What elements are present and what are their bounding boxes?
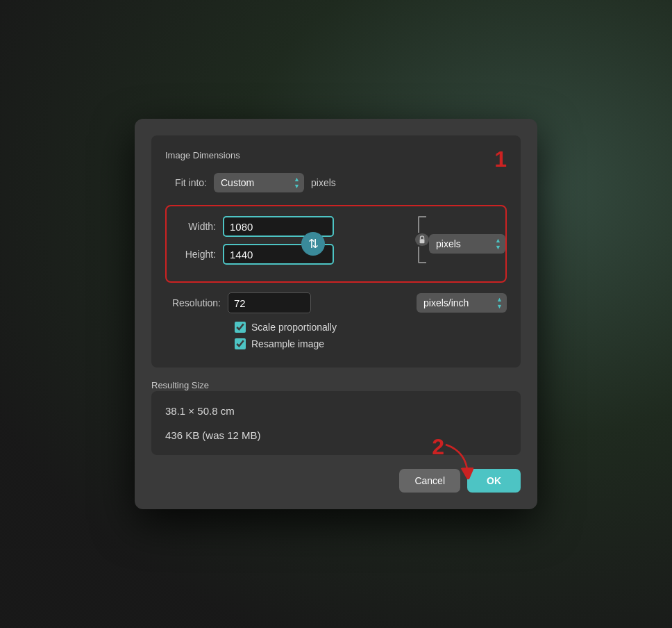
- resolution-input[interactable]: [228, 292, 311, 313]
- lock-icon: [415, 233, 429, 247]
- svg-rect-0: [420, 239, 425, 243]
- unit-dropdown[interactable]: pixels percent inches cm: [429, 234, 505, 254]
- resolution-label: Resolution:: [165, 297, 221, 308]
- bracket-top: [418, 216, 426, 233]
- fit-into-label: Fit into:: [165, 177, 207, 188]
- ok-button[interactable]: OK: [467, 469, 521, 493]
- annotation-arrow: [439, 441, 473, 479]
- fit-into-row: Fit into: Custom 640x480 800x600 1024x76…: [165, 173, 507, 192]
- annotation-1: 1: [494, 148, 507, 170]
- image-dimensions-label: Image Dimensions: [165, 150, 240, 160]
- height-label: Height:: [178, 249, 216, 260]
- width-label: Width:: [178, 221, 216, 232]
- image-dimensions-dialog: Image Dimensions 1 Fit into: Custom 640x…: [135, 119, 537, 509]
- fit-dropdown[interactable]: Custom 640x480 800x600 1024x768 1280x720…: [214, 173, 304, 192]
- resulting-size-label: Resulting Size: [151, 380, 209, 390]
- resample-image-checkbox[interactable]: [235, 338, 246, 349]
- resample-image-label: Resample image: [251, 338, 324, 349]
- scale-proportionally-label: Scale proportionally: [251, 322, 337, 333]
- resolution-row: Resolution: pixels/inch pixels/cm ▲ ▼: [165, 292, 507, 313]
- lock-bracket: [415, 216, 429, 263]
- resample-image-row: Resample image: [235, 338, 507, 349]
- scale-proportionally-row: Scale proportionally: [235, 322, 507, 333]
- bracket-bottom: [418, 247, 426, 263]
- resolution-unit-wrapper: pixels/inch pixels/cm ▲ ▼: [417, 293, 507, 313]
- unit-dropdown-wrapper: pixels percent inches cm ▲ ▼: [429, 234, 505, 254]
- swap-dimensions-button[interactable]: ⇅: [301, 232, 325, 256]
- lock-svg: [418, 236, 426, 244]
- dialog-buttons: 2 Cancel OK: [151, 469, 521, 493]
- fit-pixels-label: pixels: [311, 177, 336, 188]
- width-height-section: Width: Height: ⇅: [165, 205, 507, 283]
- resolution-unit-dropdown[interactable]: pixels/inch pixels/cm: [417, 293, 507, 313]
- image-dimensions-section: Image Dimensions 1 Fit into: Custom 640x…: [151, 135, 521, 367]
- result-dimensions: 38.1 × 50.8 cm: [165, 404, 507, 418]
- unit-select-wrapper: pixels percent inches cm ▲ ▼: [429, 234, 505, 254]
- fit-dropdown-wrapper: Custom 640x480 800x600 1024x768 1280x720…: [214, 173, 304, 192]
- scale-proportionally-checkbox[interactable]: [235, 322, 246, 333]
- result-filesize: 436 KB (was 12 MB): [165, 428, 507, 443]
